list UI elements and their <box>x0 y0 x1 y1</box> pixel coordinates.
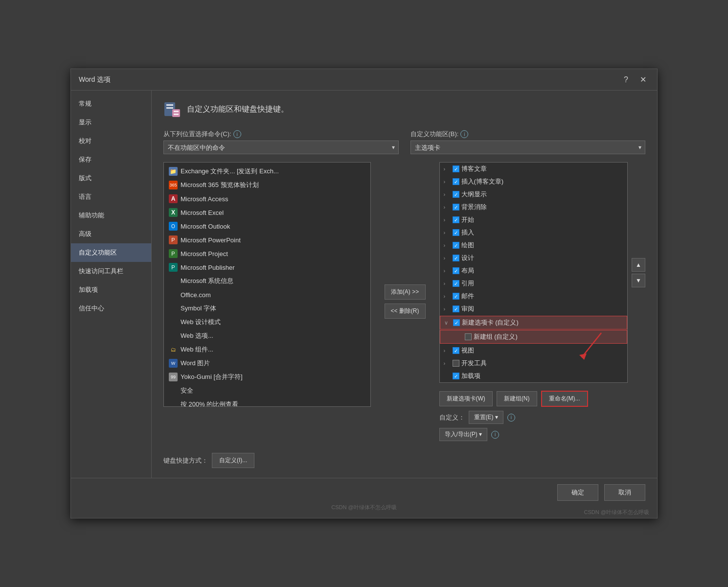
left-command-select[interactable]: 不在功能区中的命令所有命令常用命令 <box>163 141 399 154</box>
list-item[interactable]: W Word 图片 <box>164 356 370 370</box>
checkbox[interactable]: ✓ <box>453 347 459 354</box>
sidebar-item-display[interactable]: 显示 <box>71 113 151 132</box>
list-item[interactable]: Web 设计模式 <box>164 315 370 329</box>
checkbox[interactable]: ✓ <box>453 204 459 211</box>
expand-icon[interactable]: › <box>444 281 451 286</box>
tree-item[interactable]: › 开发工具 <box>440 357 628 370</box>
expand-icon[interactable]: ∨ <box>444 320 451 326</box>
checkbox[interactable]: ✓ <box>453 305 459 312</box>
ribbon-tree-panel[interactable]: › ✓ 博客文章 › ✓ 插入(博客文章) › ✓ <box>439 162 628 383</box>
list-item[interactable]: Office.com <box>164 288 370 302</box>
list-item[interactable]: X Microsoft Excel <box>164 206 370 219</box>
sidebar-item-quickaccess[interactable]: 快速访问工具栏 <box>71 262 151 281</box>
tree-item[interactable]: › ✓ 博客文章 <box>440 163 628 175</box>
checkbox[interactable]: ✓ <box>453 242 459 249</box>
tree-item[interactable]: › ✓ 设计 <box>440 252 628 264</box>
sidebar-item-proofing[interactable]: 校对 <box>71 132 151 150</box>
list-item[interactable]: 365 Microsoft 365 预览体验计划 <box>164 178 370 192</box>
sidebar-item-customize[interactable]: 自定义功能区 <box>71 243 151 262</box>
cancel-button[interactable]: 取消 <box>604 484 645 501</box>
list-item[interactable]: 按 200% 的比例查看 <box>164 398 370 406</box>
add-button[interactable]: 添加(A) >> <box>385 284 426 300</box>
expand-icon[interactable]: › <box>444 191 451 197</box>
command-list-scroll[interactable]: 📁 Exchange 文件夹... [发送到 Exch... 365 Micro… <box>164 163 370 406</box>
list-item[interactable]: Symbol 字体 <box>164 302 370 315</box>
reset-info-icon[interactable]: i <box>507 414 515 422</box>
tree-item-new-group[interactable]: 新建组 (自定义) <box>440 330 628 344</box>
expand-icon[interactable]: › <box>444 268 451 274</box>
expand-icon[interactable]: › <box>444 306 451 312</box>
tree-item[interactable]: › ✓ 插入(博客文章) <box>440 175 628 188</box>
expand-icon[interactable]: › <box>444 166 451 172</box>
checkbox[interactable]: ✓ <box>453 255 459 261</box>
list-item[interactable]: P Microsoft Project <box>164 247 370 260</box>
list-item[interactable]: O Microsoft Outlook <box>164 219 370 233</box>
checkbox[interactable]: ✓ <box>453 216 459 223</box>
list-item[interactable]: 99 Yoko-Gumi [合并字符] <box>164 370 370 384</box>
tree-item[interactable]: › ✓ 邮件 <box>440 290 628 303</box>
tree-item[interactable]: › ✓ 插入 <box>440 226 628 239</box>
list-item[interactable]: 安全 <box>164 384 370 398</box>
keyboard-customize-button[interactable]: 自定义(I)... <box>212 453 254 468</box>
importexport-info-icon[interactable]: i <box>491 431 499 439</box>
tree-item[interactable]: › ✓ 绘图 <box>440 239 628 252</box>
reset-button[interactable]: 重置(E) ▾ <box>469 411 503 424</box>
expand-icon[interactable]: › <box>444 242 451 248</box>
help-button[interactable]: ? <box>621 74 631 85</box>
sidebar-item-trust[interactable]: 信任中心 <box>71 299 151 318</box>
right-info-icon[interactable]: i <box>460 130 468 138</box>
checkbox[interactable]: ✓ <box>453 293 459 300</box>
sidebar-item-general[interactable]: 常规 <box>71 94 151 113</box>
move-down-button[interactable]: ▼ <box>632 274 645 287</box>
new-group-button[interactable]: 新建组(N) <box>497 391 537 406</box>
expand-icon[interactable]: › <box>444 204 451 210</box>
ok-button[interactable]: 确定 <box>557 484 598 501</box>
left-info-icon[interactable]: i <box>233 130 241 138</box>
sidebar-item-addins[interactable]: 加载项 <box>71 281 151 299</box>
checkbox[interactable]: ✓ <box>453 373 459 379</box>
checkbox[interactable] <box>465 333 472 340</box>
right-ribbon-select[interactable]: 主选项卡工具选项卡所有选项卡 <box>410 141 646 154</box>
expand-icon[interactable]: › <box>444 230 451 235</box>
checkbox[interactable]: ✓ <box>453 280 459 287</box>
tree-item-new-tab[interactable]: ∨ ✓ 新建选项卡 (自定义) <box>440 316 628 329</box>
tree-item[interactable]: › ✓ 大纲显示 <box>440 188 628 201</box>
rename-button[interactable]: 重命名(M)... <box>541 391 588 407</box>
checkbox[interactable]: ✓ <box>453 229 459 236</box>
checkbox[interactable]: ✓ <box>453 165 459 172</box>
checkbox[interactable]: ✓ <box>453 191 459 198</box>
tree-item[interactable]: › ✓ 背景消除 <box>440 201 628 213</box>
checkbox[interactable]: ✓ <box>453 319 460 326</box>
list-item[interactable]: Microsoft 系统信息 <box>164 274 370 288</box>
expand-icon[interactable]: › <box>444 255 451 261</box>
checkbox[interactable] <box>453 360 459 367</box>
expand-icon[interactable]: › <box>444 217 451 223</box>
list-item[interactable]: 📁 Exchange 文件夹... [发送到 Exch... <box>164 164 370 178</box>
tree-item[interactable]: › ✓ 视图 <box>440 344 628 357</box>
expand-icon[interactable]: › <box>444 179 451 185</box>
sidebar-item-advanced[interactable]: 高级 <box>71 225 151 243</box>
new-tab-button[interactable]: 新建选项卡(W) <box>439 391 493 406</box>
list-item[interactable]: Web 选项... <box>164 329 370 343</box>
sidebar-item-accessibility[interactable]: 辅助功能 <box>71 206 151 225</box>
expand-icon[interactable]: › <box>444 360 451 366</box>
tree-item[interactable]: › ✓ 布局 <box>440 264 628 277</box>
sidebar-item-language[interactable]: 语言 <box>71 188 151 206</box>
sidebar-item-save[interactable]: 保存 <box>71 150 151 169</box>
move-up-button[interactable]: ▲ <box>632 258 645 272</box>
tree-item[interactable]: › ✓ 开始 <box>440 213 628 226</box>
tree-item[interactable]: › ✓ 引用 <box>440 277 628 290</box>
list-item[interactable]: 🗂 Web 组件... <box>164 343 370 356</box>
sidebar-item-layout[interactable]: 版式 <box>71 169 151 188</box>
checkbox[interactable]: ✓ <box>453 267 459 274</box>
import-export-button[interactable]: 导入/导出(P) ▾ <box>439 428 488 441</box>
remove-button[interactable]: << 删除(R) <box>385 304 426 319</box>
tree-item[interactable]: › ✓ 审阅 <box>440 303 628 315</box>
list-item[interactable]: P Microsoft Publisher <box>164 260 370 274</box>
tree-item[interactable]: ✓ 加载项 <box>440 370 628 382</box>
list-item[interactable]: A Microsoft Access <box>164 192 370 206</box>
checkbox[interactable]: ✓ <box>453 178 459 185</box>
list-item[interactable]: P Microsoft PowerPoint <box>164 233 370 247</box>
expand-icon[interactable]: › <box>444 348 451 353</box>
expand-icon[interactable]: › <box>444 293 451 299</box>
